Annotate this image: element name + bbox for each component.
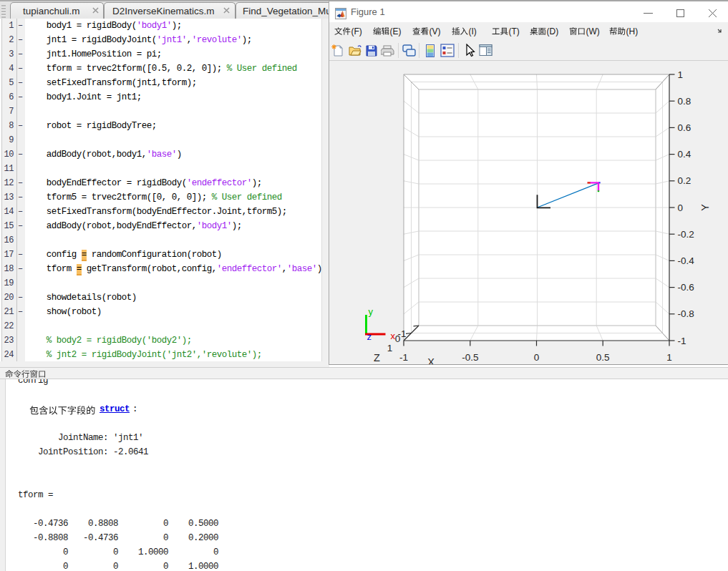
svg-text:Z: Z: [374, 352, 380, 363]
svg-text:-0.8: -0.8: [678, 308, 694, 319]
svg-text:-0.2: -0.2: [678, 229, 694, 240]
svg-text:0.6: 0.6: [678, 122, 691, 133]
svg-text:1: 1: [678, 69, 684, 80]
svg-text:0.2: 0.2: [678, 175, 691, 186]
svg-text:X: X: [427, 356, 435, 364]
svg-text:x: x: [391, 331, 396, 341]
svg-text:Y: Y: [699, 204, 711, 211]
svg-text:0.8: 0.8: [678, 96, 691, 107]
svg-text:-0.5: -0.5: [462, 352, 478, 363]
svg-text:0.5: 0.5: [596, 352, 610, 363]
svg-text:y: y: [369, 306, 374, 317]
svg-text:-1: -1: [399, 352, 408, 363]
svg-text:0: 0: [395, 333, 401, 344]
svg-text:0.4: 0.4: [678, 149, 691, 160]
svg-text:0: 0: [534, 352, 540, 363]
svg-text:z: z: [367, 331, 372, 342]
svg-text:0: 0: [678, 202, 684, 213]
svg-text:1: 1: [666, 352, 672, 363]
svg-text:-1: -1: [678, 336, 686, 346]
svg-text:1: 1: [387, 343, 393, 353]
svg-text:-0.4: -0.4: [678, 255, 695, 266]
svg-text:-0.6: -0.6: [678, 282, 694, 293]
